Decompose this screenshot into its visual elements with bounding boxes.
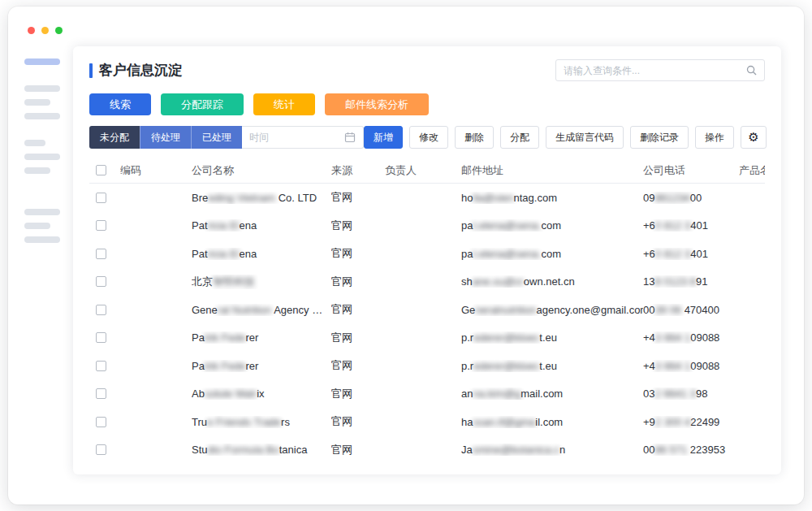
source-cell: 官网 [331,387,385,401]
table-row[interactable]: Absolute Matrix 官网 anna.kim@gmail.com 03… [89,380,765,409]
add-button[interactable]: 新增 [364,126,403,149]
email-cell: hassan.tf@gmail.com [461,416,643,428]
phone-cell: 0086 571 223953 [643,444,739,456]
tabs: 线索分配跟踪统计邮件线索分析 [89,93,765,115]
table-row[interactable]: Breeding Vietnam Co. LTD 官网 holla@viennt… [89,184,765,212]
sidebar-skeleton-bar [24,209,60,215]
table-row[interactable]: Studio Formula Botanica 官网 Jasmine@botan… [89,436,765,465]
col-phone: 公司电话 [643,163,739,178]
email-cell: p.rederer@kloect.eu [461,360,643,372]
row-checkbox[interactable] [96,332,106,343]
filter-controls: 未分配待处理已处理 时间 [89,126,364,149]
phone-cell: +60 812 3401 [643,248,739,260]
phone-cell: 0986123400 [643,192,739,204]
row-checkbox[interactable] [96,305,106,315]
sidebar-skeleton-bar [24,236,60,243]
table-row[interactable]: General Nutrition Agency … 官网 Generalnut… [89,296,765,324]
calendar-icon[interactable] [344,132,356,143]
company-name-cell: True Friends Traders [192,416,331,428]
delete-button[interactable]: 删除 [455,126,494,149]
phone-cell: +92 300 422499 [643,416,739,428]
search-box[interactable] [555,59,765,81]
generate-message-code-button[interactable]: 生成留言代码 [546,126,624,149]
table-row[interactable]: True Friends Traders 官网 hassan.tf@gmail.… [89,408,765,436]
edit-button[interactable]: 修改 [409,126,448,149]
filter-unassigned[interactable]: 未分配 [89,126,140,149]
source-cell: 官网 [331,302,385,317]
search-input[interactable] [564,65,741,76]
tab-leads[interactable]: 线索 [89,93,151,115]
status-filter: 未分配待处理已处理 [89,126,242,149]
phone-cell: 0039 06 470400 [643,304,739,316]
email-cell: pat.elena@sena.com [461,219,643,232]
company-name-cell: Patricia Elena [192,219,331,232]
email-cell: Jasmine@botanica.cn [461,444,643,456]
app-window: 客户信息沉淀 线索分配跟踪统计邮件线索分析 未分配待处理已处理 时间 [8,6,804,505]
row-checkbox[interactable] [96,361,106,371]
row-checkbox[interactable] [96,220,106,231]
tab-assignment-tracking[interactable]: 分配跟踪 [161,93,244,115]
row-checkbox[interactable] [96,388,106,399]
select-all-checkbox[interactable] [96,165,106,175]
source-cell: 官网 [331,246,385,261]
sidebar-skeleton-bar [24,113,60,119]
panel-header: 客户信息沉淀 [89,59,765,81]
company-name-cell: Patricia Elena [192,248,331,260]
col-company-name: 公司名称 [192,163,331,178]
operate-button[interactable]: 操作 [695,126,734,149]
col-code: 编码 [120,163,192,178]
filter-pending[interactable]: 待处理 [140,126,191,149]
close-window-button[interactable] [28,27,35,34]
row-checkbox[interactable] [96,193,106,203]
zoom-window-button[interactable] [55,27,63,34]
sidebar-skeleton-bar [24,85,60,92]
email-cell: anna.kim@gmail.com [461,388,643,400]
sidebar-skeleton [24,58,67,250]
date-filter[interactable]: 时间 [242,126,364,149]
email-cell: Generalnutritionagency.one@gmail.com [461,304,643,316]
tab-email-lead-analysis[interactable]: 邮件线索分析 [325,93,429,115]
table-row[interactable]: Patricia Elena 官网 pat.elena@sena.com +60… [89,240,765,268]
sidebar-skeleton-bar [24,58,60,65]
source-cell: 官网 [331,414,385,429]
row-checkbox[interactable] [96,276,106,287]
source-cell: 官网 [331,219,385,233]
page-title: 客户信息沉淀 [89,62,182,80]
company-name-cell: General Nutrition Agency … [192,304,331,316]
search-icon[interactable] [746,65,757,76]
assign-button[interactable]: 分配 [500,126,539,149]
table-row[interactable]: Patricia Elena 官网 pat.elena@sena.com +60… [89,212,765,240]
source-cell: 官网 [331,358,385,373]
filter-processed[interactable]: 已处理 [191,126,242,149]
col-owner: 负责人 [385,163,461,178]
table-header: 编码 公司名称 来源 负责人 邮件地址 公司电话 产品名称 [89,158,765,184]
table-row[interactable]: Patrik Federer 官网 p.rederer@kloect.eu +4… [89,352,765,380]
row-checkbox[interactable] [96,249,106,259]
customer-table: 编码 公司名称 来源 负责人 邮件地址 公司电话 产品名称 Breeding V… [89,158,765,464]
sidebar-skeleton-bar [24,140,45,146]
email-cell: shane.xu@crown.net.cn [461,275,643,288]
source-cell: 官网 [331,275,385,289]
minimize-window-button[interactable] [41,27,49,34]
row-checkbox[interactable] [96,417,106,427]
table-row[interactable]: Patrik Federer 官网 p.rederer@kloect.eu +4… [89,324,765,353]
company-name-cell: Breeding Vietnam Co. LTD [192,192,331,204]
sidebar-skeleton-bar [24,223,50,229]
source-cell: 官网 [331,331,385,345]
table-body: Breeding Vietnam Co. LTD 官网 holla@viennt… [89,184,765,464]
phone-cell: +43 664 109088 [643,360,739,372]
phone-cell: 032 6641 398 [643,388,739,400]
phone-cell: 138 0123 891 [643,275,739,288]
sidebar-skeleton-bar [24,154,60,160]
col-product: 产品名称 [739,163,765,178]
row-checkbox[interactable] [96,444,106,455]
email-cell: p.rederer@kloect.eu [461,331,643,344]
action-buttons: 新增修改删除分配生成留言代码删除记录操作⚙ [364,126,767,149]
company-name-cell: Patrik Federer [192,360,331,372]
table-row[interactable]: 北京智恒科技 官网 shane.xu@crown.net.cn 138 0123… [89,268,765,297]
settings-gear-button[interactable]: ⚙ [741,126,767,149]
tab-statistics[interactable]: 统计 [253,93,315,115]
company-name-cell: Patrik Federer [192,331,331,344]
delete-records-button[interactable]: 删除记录 [630,126,689,149]
window-controls [28,27,63,34]
